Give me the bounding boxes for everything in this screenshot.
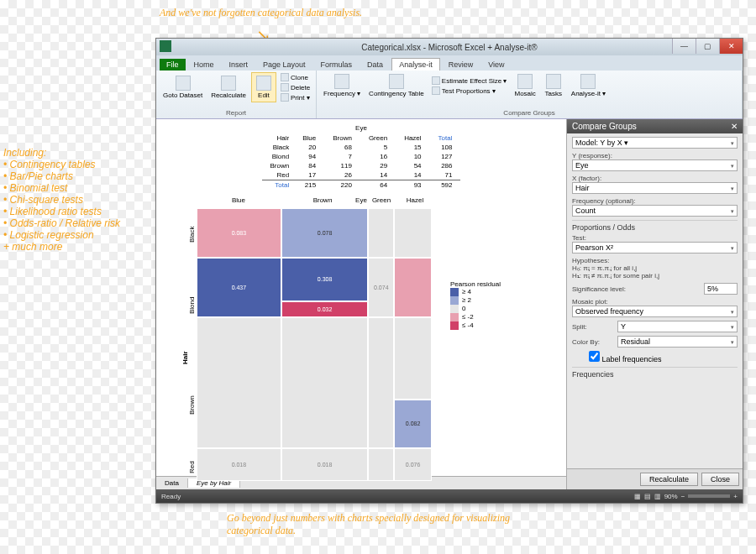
mosaic-button[interactable]: Mosaic <box>511 72 538 99</box>
close-button[interactable]: ✕ <box>719 39 743 54</box>
view-break-icon[interactable]: ▥ <box>654 493 661 500</box>
contingency-table: Eye Hair Blue Brown Green Hazel Total Bl… <box>262 123 461 190</box>
print-icon <box>281 93 289 102</box>
hypothesis-h1: H₁: πᵢⱼ ≠ πᵢ.π.ⱼ for some pair i,j <box>572 272 738 280</box>
tile <box>394 208 432 258</box>
mosaic-icon <box>517 74 533 89</box>
panel-body: Model: Y by X ▾ Y (response):Eye X (fact… <box>567 133 743 468</box>
cell: 54 <box>396 161 429 170</box>
cell: 26 <box>324 170 360 180</box>
side-item: Odds-ratio / Relative risk <box>3 217 150 229</box>
split-dropdown[interactable]: Y <box>617 321 738 332</box>
tile <box>368 317 394 448</box>
worksheet: Eye Hair Blue Brown Green Hazel Total Bl… <box>156 119 566 489</box>
mosaic-plot-dropdown[interactable]: Observed frequency <box>572 306 738 317</box>
sig-input[interactable]: 5% <box>704 283 738 295</box>
x-label: Green <box>372 196 391 204</box>
split-label: Split: <box>572 323 614 331</box>
effect-size-button[interactable]: Estimate Effect Size ▾ <box>429 76 510 86</box>
titlebar: Categorical.xlsx - Microsoft Excel + Ana… <box>156 39 743 55</box>
tab-analyse-it[interactable]: Analyse-it <box>391 58 440 71</box>
tile-label: 0.076 <box>406 462 421 468</box>
group-label-compare: Compare Groups <box>320 109 738 117</box>
tasks-button[interactable]: Tasks <box>541 72 566 99</box>
legend-label: ≥ 2 <box>462 296 471 304</box>
clone-button[interactable]: Clone <box>278 72 312 82</box>
cell: 10 <box>396 152 429 161</box>
goto-dataset-button[interactable]: Goto Dataset <box>160 72 206 102</box>
chk-label: Label frequencies <box>602 355 662 363</box>
maximize-button[interactable]: ▢ <box>696 39 719 54</box>
test-proportions-button[interactable]: Test Proportions ▾ <box>429 86 510 96</box>
cell: 286 <box>430 161 461 170</box>
x-label: X (factor): <box>572 175 738 182</box>
cell: 17 <box>294 170 324 180</box>
cell: 64 <box>360 180 396 191</box>
delete-button[interactable]: Delete <box>278 82 312 92</box>
close-panel-button[interactable]: Close <box>701 473 739 486</box>
mplot-value: Observed frequency <box>575 307 643 316</box>
col-header: Brown <box>324 133 360 143</box>
tile <box>368 208 394 258</box>
test-dropdown[interactable]: Pearson X² <box>572 242 738 253</box>
panel-close-icon[interactable]: ✕ <box>731 122 738 131</box>
frequency-button[interactable]: Frequency ▾ <box>320 72 364 99</box>
y-dropdown[interactable]: Eye <box>572 159 738 171</box>
legend-item: 0 <box>450 305 501 313</box>
swatch <box>450 321 459 330</box>
legend-item: ≥ 2 <box>450 296 501 305</box>
tab-insert[interactable]: Insert <box>223 59 255 71</box>
task-panel: Compare Groups ✕ Model: Y by X ▾ Y (resp… <box>566 119 743 489</box>
x-label: Brown <box>313 196 333 204</box>
tab-home[interactable]: Home <box>187 59 221 71</box>
view-normal-icon[interactable]: ▦ <box>634 493 641 500</box>
tab-page-layout[interactable]: Page Layout <box>256 59 312 71</box>
minimize-button[interactable]: — <box>672 39 696 54</box>
cell: 94 <box>294 152 324 161</box>
col-header: Blue <box>294 133 324 143</box>
cell: 68 <box>324 143 360 152</box>
table-row-total: Total2152206493592 <box>262 180 461 191</box>
cell: 119 <box>324 161 360 170</box>
view-layout-icon[interactable]: ▤ <box>644 493 651 500</box>
y-label: Brown <box>188 395 196 415</box>
model-value: Model: Y by X ▾ <box>575 138 628 147</box>
cell: 220 <box>324 180 360 191</box>
recalculate-button[interactable]: Recalculate <box>207 72 249 102</box>
x-label: Blue <box>232 196 245 204</box>
legend-item: ≥ 4 <box>450 288 501 296</box>
model-dropdown[interactable]: Model: Y by X ▾ <box>572 137 738 149</box>
edit-button[interactable]: Edit <box>251 72 276 102</box>
testprop-icon <box>432 86 440 95</box>
tab-review[interactable]: Review <box>442 59 480 71</box>
chevron-down-icon <box>731 337 734 346</box>
sheet-tab-data[interactable]: Data <box>156 478 188 488</box>
label-freq-checkbox[interactable] <box>589 351 600 362</box>
zoom-out-button[interactable]: − <box>681 493 685 500</box>
analyseit-button[interactable]: Analyse-it ▾ <box>568 72 609 99</box>
recalc-label: Recalculate <box>211 91 246 99</box>
color-dropdown[interactable]: Residual <box>617 336 738 348</box>
tab-formulas[interactable]: Formulas <box>314 59 360 71</box>
contingency-label: Contingency Table <box>369 90 424 97</box>
recalculate-button[interactable]: Recalculate <box>640 473 698 486</box>
color-label: Color By: <box>572 338 614 346</box>
side-title: Including: <box>3 147 150 159</box>
row-name-total: Total <box>262 180 295 191</box>
tile <box>394 317 432 400</box>
tab-view[interactable]: View <box>481 59 511 71</box>
print-button[interactable]: Print ▾ <box>278 92 312 102</box>
x-dropdown[interactable]: Hair <box>572 182 738 194</box>
zoom-slider[interactable] <box>688 494 730 498</box>
chevron-down-icon <box>731 138 734 147</box>
freq-dropdown[interactable]: Count <box>572 205 738 217</box>
tab-data[interactable]: Data <box>360 59 390 71</box>
row-name: Black <box>262 143 295 152</box>
freq-label: Frequency (optional): <box>572 197 738 205</box>
table-caption: Eye <box>262 123 461 133</box>
contingency-button[interactable]: Contingency Table <box>365 72 428 99</box>
cell: 592 <box>430 180 461 191</box>
zoom-in-button[interactable]: + <box>733 493 738 500</box>
tab-file[interactable]: File <box>160 59 186 71</box>
tile: 0.308 <box>281 258 369 301</box>
